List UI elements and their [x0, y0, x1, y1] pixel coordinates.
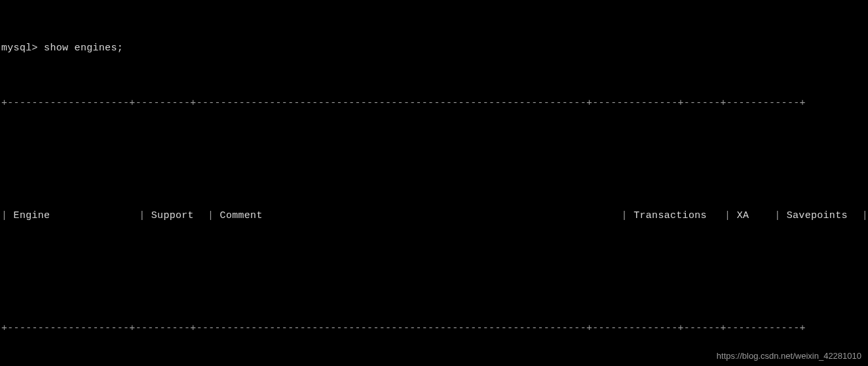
terminal-output: mysql> show engines; +------------------…: [0, 0, 868, 366]
table-border-top: +--------------------+---------+--------…: [0, 96, 868, 110]
header-transactions: Transactions: [633, 209, 725, 223]
header-savepoints: Savepoints: [787, 209, 862, 223]
header-xa: XA: [737, 209, 774, 223]
header-engine: Engine: [14, 209, 140, 223]
watermark-text: https://blog.csdn.net/weixin_42281010: [717, 350, 861, 362]
header-comment: Comment: [220, 209, 622, 223]
table-border-header: +--------------------+---------+--------…: [0, 321, 868, 335]
mysql-prompt: mysql> show engines;: [0, 41, 868, 55]
header-support: Support: [151, 209, 208, 223]
table-header-row: | Engine | Support | Comment | Transacti…: [0, 209, 868, 223]
